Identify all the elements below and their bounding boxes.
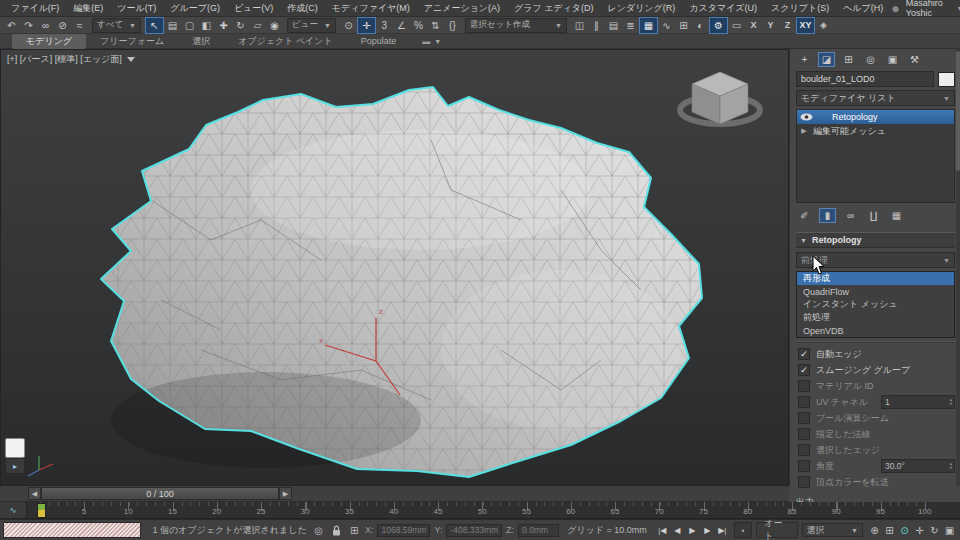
render-setup-icon[interactable]: ⚙ bbox=[709, 17, 728, 34]
user-menu-caret-icon[interactable]: ▼ bbox=[957, 5, 960, 12]
ribbon-tab-selection[interactable]: 選択 bbox=[178, 34, 224, 49]
toggle-layer-explorer-icon[interactable]: ≣ bbox=[622, 18, 639, 33]
create-tab[interactable]: + bbox=[796, 52, 813, 67]
display-tab[interactable]: ▣ bbox=[884, 52, 901, 67]
configure-modifier-sets-button[interactable]: ▦ bbox=[888, 208, 905, 223]
object-color-swatch[interactable] bbox=[938, 72, 955, 87]
filter-funnel-icon[interactable] bbox=[127, 57, 135, 62]
checkbox[interactable] bbox=[798, 460, 810, 472]
edit-named-selection-sets-icon[interactable]: {} bbox=[444, 18, 461, 33]
perspective-viewport[interactable]: x z [+] [パース] [標準] [エッジ面] ▸ bbox=[0, 49, 789, 486]
zoom-all-icon[interactable]: ⊞ bbox=[882, 523, 897, 537]
y-coordinate-field[interactable]: -408.333mm bbox=[446, 524, 502, 537]
pan-icon[interactable]: ✛ bbox=[912, 523, 927, 537]
menu-item[interactable]: ビュー(V) bbox=[227, 1, 280, 16]
motion-tab[interactable]: ◎ bbox=[862, 52, 879, 67]
select-by-name-icon[interactable]: ▤ bbox=[164, 18, 181, 33]
show-end-result-button[interactable]: ▮ bbox=[819, 208, 836, 223]
time-slider-handle[interactable]: 0 / 100 bbox=[41, 487, 279, 500]
retopology-algorithm-select[interactable]: 前処理 ▼ bbox=[796, 252, 955, 268]
set-key-button[interactable]: ▪ bbox=[734, 522, 753, 538]
modifier-list-select[interactable]: モディファイヤ リスト ▼ bbox=[796, 90, 955, 106]
viewcube[interactable] bbox=[665, 58, 775, 148]
checkbox[interactable] bbox=[798, 348, 810, 360]
selection-lock-icon[interactable] bbox=[329, 523, 343, 537]
menu-item[interactable]: スクリプト(S) bbox=[764, 1, 836, 16]
coordinate-display-icon[interactable]: ⊞ bbox=[347, 523, 361, 537]
menu-item[interactable]: ツール(T) bbox=[110, 1, 163, 16]
menu-item[interactable]: ヘルプ(H) bbox=[836, 1, 890, 16]
undo-icon[interactable]: ↶ bbox=[3, 18, 20, 33]
use-pivot-center-icon[interactable]: ⊙ bbox=[340, 18, 357, 33]
dropdown-item-quadriflow[interactable]: QuadriFlow bbox=[797, 285, 954, 298]
panel-scrollbar[interactable] bbox=[956, 49, 960, 486]
render-button[interactable]: ◈ bbox=[815, 18, 832, 33]
percent-snap-icon[interactable]: % bbox=[410, 18, 427, 33]
menu-item[interactable]: グラフ エディタ(D) bbox=[507, 1, 600, 16]
redo-icon[interactable]: ↷ bbox=[20, 18, 37, 33]
checkbox[interactable] bbox=[798, 364, 810, 376]
named-selection-sets-select[interactable]: 選択セット作成 ▼ bbox=[465, 18, 567, 33]
zoom-icon[interactable]: ⊕ bbox=[867, 523, 882, 537]
next-frame-button[interactable]: ▶ bbox=[700, 523, 715, 537]
rectangular-selection-region-icon[interactable]: ▢ bbox=[181, 18, 198, 33]
track-bar[interactable]: ∿ 51015202530354045505560657075808590951… bbox=[0, 502, 960, 519]
select-and-link-icon[interactable]: ∞ bbox=[37, 18, 54, 33]
menu-item[interactable]: 編集(E) bbox=[66, 1, 110, 16]
isolate-selection-icon[interactable]: ◎ bbox=[312, 523, 326, 537]
select-and-place-icon[interactable]: ◉ bbox=[266, 18, 283, 33]
checkbox[interactable] bbox=[798, 380, 810, 392]
expand-caret-icon[interactable]: ▶ bbox=[800, 127, 808, 135]
menu-item[interactable]: アニメーション(A) bbox=[417, 1, 507, 16]
unlink-selection-icon[interactable]: ⊘ bbox=[54, 18, 71, 33]
select-and-move-icon[interactable]: ✚ bbox=[215, 18, 232, 33]
select-and-scale-icon[interactable]: ▱ bbox=[249, 18, 266, 33]
mirror-icon[interactable]: ◫ bbox=[571, 18, 588, 33]
checkbox[interactable] bbox=[798, 412, 810, 424]
toggle-scene-explorer-icon[interactable]: ▤ bbox=[605, 18, 622, 33]
menu-item[interactable]: ファイル(F) bbox=[4, 1, 66, 16]
axis-z-button[interactable]: Z bbox=[779, 18, 796, 33]
maximize-viewport-icon[interactable]: ▣ bbox=[942, 523, 957, 537]
utilities-tab[interactable]: ⚒ bbox=[906, 52, 923, 67]
x-coordinate-field[interactable]: 1068.59mm bbox=[377, 524, 430, 537]
window-crossing-icon[interactable]: ◧ bbox=[198, 18, 215, 33]
menu-item[interactable]: モディファイヤ(M) bbox=[325, 1, 417, 16]
viewport-layout-flyout-button[interactable]: ▸ bbox=[5, 458, 25, 474]
schematic-view-icon[interactable]: ⊞ bbox=[675, 18, 692, 33]
menu-item[interactable]: グループ(G) bbox=[163, 1, 227, 16]
align-icon[interactable]: ∥ bbox=[588, 18, 605, 33]
viewcube-cube[interactable] bbox=[692, 72, 748, 124]
play-button[interactable]: ▶ bbox=[685, 523, 700, 537]
axis-xy-button[interactable]: XY bbox=[796, 17, 815, 34]
toggle-ribbon-icon[interactable]: ▦ bbox=[639, 17, 658, 34]
select-and-rotate-icon[interactable]: ↻ bbox=[232, 18, 249, 33]
axis-y-button[interactable]: Y bbox=[762, 18, 779, 33]
value-spinner[interactable]: 1 bbox=[881, 395, 955, 409]
zoom-extents-icon[interactable]: ⊙ bbox=[897, 523, 912, 537]
menu-item[interactable]: カスタマイズ(U) bbox=[682, 1, 764, 16]
select-and-manipulate-icon[interactable]: ✛ bbox=[357, 17, 376, 34]
ribbon-tab-modeling[interactable]: モデリング bbox=[12, 34, 86, 49]
viewport-label[interactable]: [+] [パース] [標準] [エッジ面] bbox=[7, 53, 135, 66]
material-editor-icon[interactable]: ◐ bbox=[692, 18, 709, 33]
viewport-layout-tab[interactable] bbox=[5, 438, 25, 458]
modify-tab[interactable]: ◪ bbox=[818, 52, 835, 67]
checkbox[interactable] bbox=[798, 396, 810, 408]
remove-modifier-button[interactable]: ∐ bbox=[865, 208, 882, 223]
menu-item[interactable]: 作成(C) bbox=[280, 1, 325, 16]
checkbox[interactable] bbox=[798, 476, 810, 488]
retopology-rollout-header[interactable]: ▼ Retopology bbox=[796, 232, 955, 248]
z-coordinate-field[interactable]: 0.0mm bbox=[518, 524, 559, 537]
reference-coordinate-system-select[interactable]: ビュー ▼ bbox=[287, 18, 336, 33]
curve-editor-icon[interactable]: ∿ bbox=[658, 18, 675, 33]
object-name-field[interactable]: boulder_01_LOD0 bbox=[796, 71, 934, 87]
angle-snap-icon[interactable]: ∠ bbox=[393, 18, 410, 33]
bind-to-space-warp-icon[interactable]: ≈ bbox=[71, 18, 88, 33]
make-unique-button[interactable]: ∞ bbox=[842, 208, 859, 223]
spinner-snap-icon[interactable]: ⇅ bbox=[427, 18, 444, 33]
stack-row-editable-mesh[interactable]: ▶ 編集可能メッシュ bbox=[797, 124, 954, 138]
rendered-frame-window-icon[interactable]: ▭ bbox=[728, 18, 745, 33]
visibility-eye-icon[interactable] bbox=[800, 113, 813, 121]
ribbon-tab-object-paint[interactable]: オブジェクト ペイント bbox=[224, 34, 347, 49]
